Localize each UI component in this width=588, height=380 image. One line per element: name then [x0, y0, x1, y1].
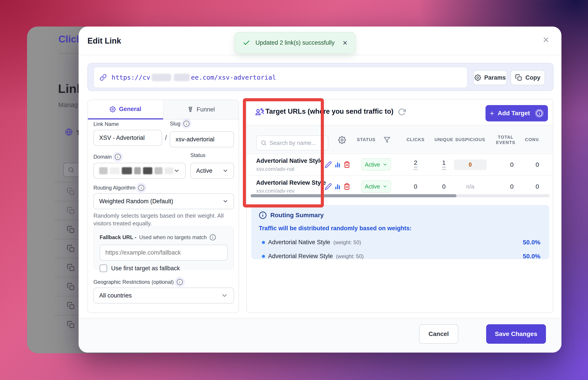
domain-select[interactable]	[93, 163, 185, 179]
target-search-input[interactable]	[269, 140, 320, 146]
gear-icon[interactable]	[338, 136, 346, 144]
info-icon[interactable]	[114, 153, 121, 160]
routing-algorithm-select[interactable]: Weighted Random (Default)	[93, 193, 234, 209]
users-icon	[255, 107, 264, 117]
filter-icon[interactable]	[384, 136, 390, 143]
add-target-button[interactable]: + Add Target	[486, 105, 548, 121]
weight-percent: 50.0%	[523, 239, 540, 246]
routing-summary-title: Routing Summary	[270, 212, 324, 219]
conv-cell: 0	[536, 154, 539, 175]
params-button[interactable]: Params	[473, 70, 507, 85]
redacted-url-part	[152, 74, 171, 81]
use-first-target-checkbox[interactable]	[100, 265, 107, 272]
row-status-select[interactable]: Active	[361, 180, 391, 193]
column-header-total-events[interactable]: TOTAL EVENTS	[492, 125, 519, 154]
link-icon	[100, 74, 107, 81]
redacted-domain	[99, 167, 174, 174]
redacted-url-part	[174, 74, 190, 81]
fallback-checkbox-row: Use first target as fallback	[100, 265, 228, 272]
routing-summary-item: Advertorial Native Style (weight: 50) 50…	[259, 239, 542, 246]
short-url-text: https://cvee.com/xsv-advertorial	[112, 74, 276, 81]
cancel-button[interactable]: Cancel	[419, 324, 458, 344]
fallback-label: Fallback URL - Used when no targets matc…	[100, 234, 228, 241]
short-url-bar: https://cvee.com/xsv-advertorial Params …	[87, 63, 553, 91]
info-icon[interactable]	[209, 234, 216, 241]
chevron-down-icon	[223, 168, 228, 174]
copy-icon	[67, 283, 75, 291]
fallback-url-input[interactable]	[100, 245, 228, 261]
edit-icon[interactable]	[325, 183, 332, 190]
routing-algorithm-label: Routing Algorithm	[93, 185, 144, 191]
routing-algorithm-description: Randomly selects targets based on their …	[93, 212, 231, 227]
geo-restrictions-label: Geographic Restrictions (optional)	[93, 279, 183, 285]
stats-icon[interactable]	[334, 161, 341, 168]
stats-icon[interactable]	[334, 183, 341, 190]
slug-label: Slug	[170, 120, 190, 127]
short-url-field[interactable]: https://cvee.com/xsv-advertorial	[93, 67, 467, 88]
geo-restrictions-select[interactable]: All countries	[93, 287, 234, 304]
target-name: Advertorial Review Style	[256, 179, 326, 186]
trash-icon[interactable]	[343, 183, 350, 190]
column-header-status[interactable]: STATUS	[357, 125, 375, 154]
column-header-conv[interactable]: CONV.	[525, 125, 540, 154]
add-target-label: Add Target	[498, 110, 530, 117]
trash-icon[interactable]	[343, 161, 350, 168]
background-page-subtitle: Manag	[58, 101, 78, 109]
scrollbar-thumb[interactable]	[251, 194, 457, 197]
check-icon	[243, 39, 250, 47]
toast-message: Updated 2 link(s) successfully	[256, 39, 337, 46]
params-label: Params	[484, 74, 506, 81]
plus-icon: +	[490, 109, 494, 118]
chevron-down-icon	[221, 292, 228, 299]
link-name-input[interactable]	[93, 130, 162, 146]
chevron-down-icon	[223, 198, 228, 204]
info-icon[interactable]	[138, 185, 144, 191]
target-row: Advertorial Review Style xsv.com/adv-rev…	[247, 175, 553, 197]
routing-summary-box: Routing Summary Traffic will be distribu…	[251, 205, 549, 259]
tab-general[interactable]: General	[88, 100, 163, 119]
copy-icon	[67, 188, 75, 195]
edit-link-modal: Edit Link × Updated 2 link(s) successful…	[79, 27, 561, 353]
copy-icon	[67, 245, 75, 253]
copy-button[interactable]: Copy	[510, 70, 545, 85]
clicks-cell: 2	[413, 154, 418, 175]
tab-general-label: General	[119, 106, 141, 113]
column-header-unique[interactable]: UNIQUE	[435, 125, 453, 154]
suspicious-cell: 0	[454, 154, 487, 175]
info-icon	[535, 109, 544, 118]
unique-cell: 1	[442, 154, 446, 175]
target-search	[256, 135, 328, 151]
globe-icon	[65, 128, 73, 137]
target-row: Advertorial Native Style xsv.com/adv-nat…	[247, 154, 553, 175]
checkbox-label: Use first target as fallback	[111, 265, 180, 272]
slug-input[interactable]	[170, 131, 234, 147]
info-icon[interactable]	[183, 120, 190, 127]
search-icon	[261, 140, 267, 146]
tab-funnel-label: Funnel	[197, 106, 215, 113]
table-toolbar: STATUS CLICKS UNIQUE SUSPICIOUS TOTAL EV…	[247, 125, 553, 154]
info-icon[interactable]	[176, 279, 183, 285]
link-name-label: Link Name	[93, 121, 119, 127]
copy-icon	[67, 264, 75, 272]
target-url: xsv.com/adv-rev	[256, 188, 294, 194]
tab-funnel[interactable]: Funnel	[163, 100, 239, 119]
row-status-select[interactable]: Active	[361, 158, 391, 171]
slug-separator: /	[165, 133, 167, 142]
background-brand-logo: Click	[59, 34, 82, 45]
column-header-suspicious[interactable]: SUSPICIOUS	[455, 125, 485, 154]
toast-close-icon[interactable]: ×	[343, 38, 347, 48]
chevron-down-icon	[383, 184, 387, 189]
status-select[interactable]: Active	[190, 163, 234, 179]
bullet-dot-icon	[262, 241, 265, 244]
save-changes-button[interactable]: Save Changes	[486, 324, 546, 344]
edit-icon[interactable]	[325, 161, 332, 168]
column-header-clicks[interactable]: CLICKS	[406, 125, 425, 154]
copy-label: Copy	[525, 74, 540, 81]
close-icon[interactable]: ×	[543, 35, 549, 45]
routing-summary-description: Traffic will be distributed randomly bas…	[259, 225, 542, 232]
copy-icon	[67, 321, 75, 329]
chevron-down-icon	[174, 168, 180, 174]
refresh-icon[interactable]	[398, 108, 406, 116]
copy-icon	[67, 207, 75, 214]
funnel-icon	[187, 106, 194, 113]
